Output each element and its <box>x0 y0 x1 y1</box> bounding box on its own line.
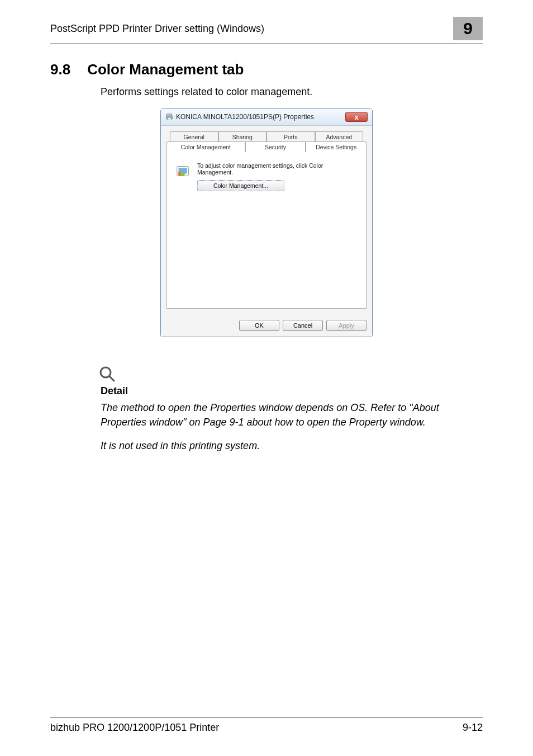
properties-dialog: KONICA MINOLTA1200/1051PS(P) Properties … <box>160 108 373 337</box>
apply-button[interactable]: Apply <box>326 320 367 331</box>
breadcrumb: PostScript PPD Printer Driver setting (W… <box>50 23 264 35</box>
detail-heading: Detail <box>101 385 466 397</box>
detail-paragraph-2: It is not used in this printing system. <box>101 438 466 453</box>
ok-button[interactable]: OK <box>239 320 279 331</box>
tab-advanced[interactable]: Advanced <box>315 131 364 142</box>
footer-product: bizhub PRO 1200/1200P/1051 Printer <box>50 722 219 734</box>
color-management-icon <box>175 162 192 179</box>
tab-ports[interactable]: Ports <box>266 131 315 142</box>
svg-rect-2 <box>168 118 172 120</box>
chapter-number-badge: 9 <box>453 17 483 40</box>
detail-paragraph-1: The method to open the Properties window… <box>101 400 466 429</box>
close-button[interactable]: x <box>345 112 368 122</box>
page-header: PostScript PPD Printer Driver setting (W… <box>50 17 483 44</box>
close-icon: x <box>354 113 358 121</box>
footer-page-number: 9-12 <box>463 722 483 734</box>
section-heading: 9.8 Color Management tab <box>50 61 483 78</box>
section-description: Performs settings related to color manag… <box>101 86 483 98</box>
dialog-titlebar: KONICA MINOLTA1200/1051PS(P) Properties … <box>161 108 372 126</box>
svg-rect-0 <box>167 114 172 116</box>
dialog-title: KONICA MINOLTA1200/1051PS(P) Properties <box>176 113 314 121</box>
color-management-button[interactable]: Color Management... <box>197 180 284 191</box>
svg-point-6 <box>180 172 185 176</box>
cancel-button[interactable]: Cancel <box>283 320 323 331</box>
magnifier-icon <box>98 365 116 383</box>
tab-sharing[interactable]: Sharing <box>218 131 267 142</box>
section-title: Color Management tab <box>87 61 244 78</box>
tab-general[interactable]: General <box>170 131 218 142</box>
section-number: 9.8 <box>50 61 70 78</box>
page-footer: bizhub PRO 1200/1200P/1051 Printer 9-12 <box>50 717 483 734</box>
tab-security[interactable]: Security <box>245 141 306 152</box>
printer-icon <box>165 113 173 121</box>
svg-line-8 <box>110 376 114 381</box>
tab-content-panel: To adjust color management settings, cli… <box>166 152 367 309</box>
color-management-instruction: To adjust color management settings, cli… <box>197 162 358 176</box>
tab-device-settings[interactable]: Device Settings <box>306 141 367 152</box>
tab-color-management[interactable]: Color Management <box>166 141 245 152</box>
